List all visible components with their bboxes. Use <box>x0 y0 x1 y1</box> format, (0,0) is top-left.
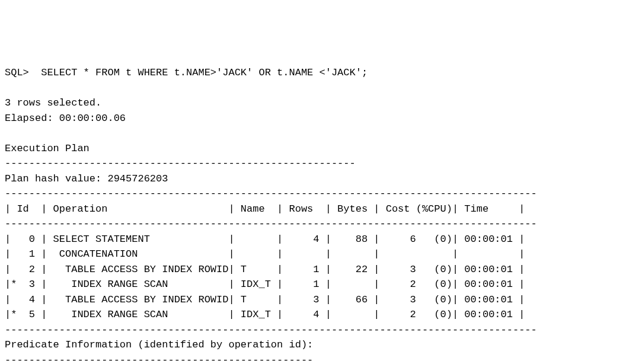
plan-row: | 2 | TABLE ACCESS BY INDEX ROWID| T | 1… <box>5 264 525 275</box>
plan-row: |* 3 | INDEX RANGE SCAN | IDX_T | 1 | | … <box>5 279 525 290</box>
rows-selected: 3 rows selected. <box>5 97 101 108</box>
plan-header-row: | Id | Operation | Name | Rows | Bytes |… <box>5 203 525 215</box>
sql-prompt-line: SQL> SELECT * FROM t WHERE t.NAME>'JACK'… <box>5 67 368 78</box>
predicate-heading: Predicate Information (identified by ope… <box>5 339 313 350</box>
plan-row: | 1 | CONCATENATION | | | | | | <box>5 248 525 260</box>
rule-line: ----------------------------------------… <box>5 188 537 199</box>
rule-line: ----------------------------------------… <box>5 324 537 336</box>
elapsed-time: Elapsed: 00:00:00.06 <box>5 113 126 124</box>
execution-plan-heading: Execution Plan <box>5 143 90 154</box>
sql-terminal: SQL> SELECT * FROM t WHERE t.NAME>'JACK'… <box>5 65 621 364</box>
rule-line: ----------------------------------------… <box>5 158 356 169</box>
rule-line: ----------------------------------------… <box>5 218 537 229</box>
plan-row: |* 5 | INDEX RANGE SCAN | IDX_T | 4 | | … <box>5 309 525 320</box>
plan-hash-value: Plan hash value: 2945726203 <box>5 173 168 184</box>
plan-row: | 0 | SELECT STATEMENT | | 4 | 88 | 6 (0… <box>5 234 525 245</box>
rule-line: ----------------------------------------… <box>5 355 313 365</box>
plan-row: | 4 | TABLE ACCESS BY INDEX ROWID| T | 3… <box>5 294 525 305</box>
